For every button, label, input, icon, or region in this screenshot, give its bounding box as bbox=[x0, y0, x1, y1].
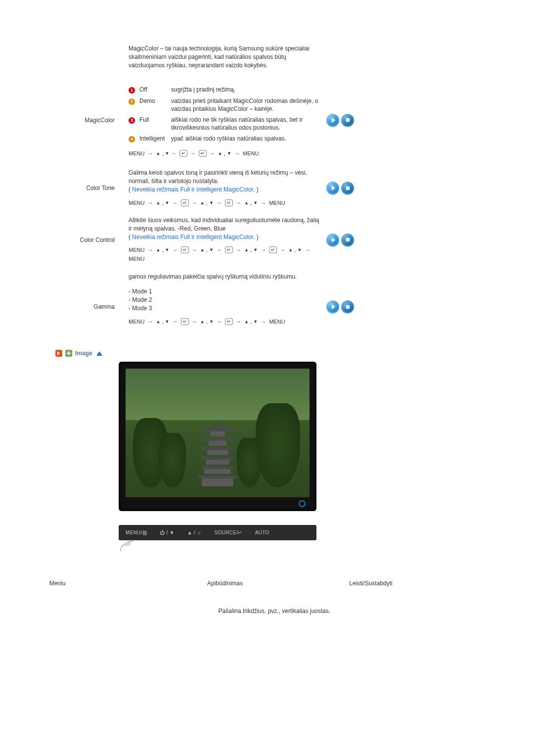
gamma-label: Gamma bbox=[0, 303, 129, 310]
option-row: 2 Demo vaizdas prieš pritaikant MagicCol… bbox=[129, 95, 321, 114]
enter-key-icon: ↵ bbox=[181, 318, 189, 325]
option-row: 4 Intelligent ypač aiškiai rodo ryškias … bbox=[129, 133, 321, 144]
monitor-bezel bbox=[119, 362, 316, 511]
section-header-image: Image bbox=[55, 350, 534, 357]
gamma-nav: MENU → ▲ , ▼ → ↵ → ▲ , ▼ → ↵ → ▲ , ▼ → M… bbox=[129, 318, 321, 327]
intro-label-spacer bbox=[0, 45, 129, 69]
stop-button[interactable] bbox=[341, 300, 354, 313]
play-button[interactable] bbox=[326, 114, 339, 127]
note-close: ) bbox=[255, 186, 258, 193]
enter-key-icon: ↵ bbox=[181, 199, 189, 206]
colorcontrol-actions bbox=[321, 234, 425, 246]
section-title: Image bbox=[75, 350, 92, 357]
play-button[interactable] bbox=[326, 234, 339, 246]
option-name: Demo bbox=[139, 95, 171, 114]
colortone-note-link[interactable]: Neveikia režimais Full ir Intelligent Ma… bbox=[132, 186, 255, 193]
pointer-hand-icon bbox=[118, 539, 137, 554]
gamma-desc: gamos reguliavimas pakeičia spalvų ryšku… bbox=[129, 273, 321, 281]
footer-h-leisti: Leisti/Sustabdyti bbox=[321, 580, 420, 587]
enter-key-icon: ↵ bbox=[225, 246, 233, 253]
osd-button-bar: MENU/▥ ⏻ / ▼ ▲ / ☼ SOURCE/↵ AUTO bbox=[119, 525, 316, 540]
osd-up-bright-button[interactable]: ▲ / ☼ bbox=[187, 530, 202, 535]
colortone-label: Color Tone bbox=[0, 185, 129, 191]
footer-h-meniu: Meniu bbox=[0, 580, 129, 587]
colorcontrol-row: Color Control Atlikite šiuos veiksmus, k… bbox=[0, 216, 534, 264]
gamma-mode-1: - Mode 1 bbox=[129, 287, 321, 296]
section-icon-plus bbox=[65, 350, 72, 357]
option-desc: aiškiai rodo ne tik ryškias natūralias s… bbox=[171, 114, 321, 133]
magiccolor-nav: MENU → ▲ , ▼→ ↵ → ↵ → ▲ , ▼ → MENU bbox=[129, 149, 321, 158]
footer-description-line: Pašalina trikdžius, pvz., vertikalias ju… bbox=[64, 608, 485, 614]
monitor-illustration: MENU/▥ ⏻ / ▼ ▲ / ☼ SOURCE/↵ AUTO bbox=[119, 362, 316, 554]
option-num-badge: 1 bbox=[129, 87, 135, 94]
enter-key-icon: ↵ bbox=[269, 246, 277, 253]
collapse-up-icon[interactable] bbox=[96, 351, 102, 356]
power-led-icon bbox=[299, 500, 306, 507]
pagoda-graphic bbox=[198, 420, 237, 486]
colortone-nav: MENU → ▲ , ▼ → ↵ → ▲ , ▼ → ↵ → ▲ , ▼ → M… bbox=[129, 199, 321, 208]
colorcontrol-nav: MENU → ▲ , ▼ → ↵ → ▲ , ▼ → ↵ → ▲ , ▼ → ↵… bbox=[129, 246, 321, 263]
note-close: ) bbox=[255, 234, 258, 240]
magiccolor-actions bbox=[321, 114, 425, 127]
gamma-actions bbox=[321, 300, 425, 313]
gamma-modes: - Mode 1 - Mode 2 - Mode 3 MENU → ▲ , ▼ … bbox=[129, 287, 321, 326]
magiccolor-desc: 1 Off sugrįžta į pradinį režimą. 2 Demo … bbox=[129, 82, 321, 158]
colorcontrol-desc-wrap: Atlikite šiuos veiksmus, kad individuali… bbox=[129, 216, 321, 264]
enter-key-icon: ↵ bbox=[199, 150, 207, 157]
osd-menu-button[interactable]: MENU/▥ bbox=[126, 530, 147, 535]
magiccolor-options: 1 Off sugrįžta į pradinį režimą. 2 Demo … bbox=[129, 84, 321, 144]
play-button[interactable] bbox=[326, 300, 339, 313]
option-num-badge: 4 bbox=[129, 136, 135, 142]
colorcontrol-label: Color Control bbox=[0, 236, 129, 243]
option-desc: sugrįžta į pradinį režimą. bbox=[171, 84, 321, 95]
colorcontrol-desc: Atlikite šiuos veiksmus, kad individuali… bbox=[129, 217, 319, 232]
stop-button[interactable] bbox=[341, 234, 354, 246]
colortone-actions bbox=[321, 182, 425, 194]
gamma-desc-row: gamos reguliavimas pakeičia spalvų ryšku… bbox=[0, 273, 534, 281]
option-name: Intelligent bbox=[139, 133, 171, 144]
stop-button[interactable] bbox=[341, 182, 354, 194]
intro-text: MagicColor – tai nauja technologija, kur… bbox=[129, 45, 321, 69]
option-row: 3 Full aiškiai rodo ne tik ryškias natūr… bbox=[129, 114, 321, 133]
magiccolor-label: MagicColor bbox=[0, 117, 129, 124]
gamma-mode-2: - Mode 2 bbox=[129, 296, 321, 304]
intro-row: MagicColor – tai nauja technologija, kur… bbox=[0, 45, 534, 69]
enter-key-icon: ↵ bbox=[179, 150, 187, 157]
option-desc: vaizdas prieš pritaikant MagicColor rodo… bbox=[171, 95, 321, 114]
page: MagicColor – tai nauja technologija, kur… bbox=[0, 0, 534, 756]
osd-auto-button[interactable]: AUTO bbox=[255, 530, 269, 535]
enter-key-icon: ↵ bbox=[225, 199, 233, 206]
enter-key-icon: ↵ bbox=[181, 246, 189, 253]
option-desc: ypač aiškiai rodo ryškias natūralias spa… bbox=[171, 133, 321, 144]
play-button[interactable] bbox=[326, 182, 339, 194]
colortone-desc-wrap: Galima keisti spalvos toną ir pasirinkti… bbox=[129, 169, 321, 207]
osd-source-enter-button[interactable]: SOURCE/↵ bbox=[215, 530, 242, 535]
colortone-row: Color Tone Galima keisti spalvos toną ir… bbox=[0, 169, 534, 207]
option-name: Off bbox=[139, 84, 171, 95]
footer-headers: Meniu Apibūdinimas Leisti/Sustabdyti bbox=[0, 580, 534, 587]
section-icon-play bbox=[55, 350, 62, 357]
footer-h-apibudinimas: Apibūdinimas bbox=[129, 580, 321, 587]
option-row: 1 Off sugrįžta į pradinį režimą. bbox=[129, 84, 321, 95]
option-num-badge: 2 bbox=[129, 98, 135, 105]
enter-key-icon: ↵ bbox=[225, 318, 233, 325]
monitor-screen bbox=[126, 369, 310, 497]
colorcontrol-note-link[interactable]: Neveikia režimais Full ir Intelligent Ma… bbox=[132, 234, 255, 240]
option-num-badge: 3 bbox=[129, 117, 135, 124]
magiccolor-row: MagicColor 1 Off sugrįžta į pradinį reži… bbox=[0, 82, 534, 158]
colortone-desc: Galima keisti spalvos toną ir pasirinkti… bbox=[129, 169, 307, 185]
stop-button[interactable] bbox=[341, 114, 354, 127]
option-name: Full bbox=[139, 114, 171, 133]
gamma-row: Gamma - Mode 1 - Mode 2 - Mode 3 MENU → … bbox=[0, 287, 534, 326]
osd-power-down-button[interactable]: ⏻ / ▼ bbox=[160, 530, 175, 535]
gamma-mode-3: - Mode 3 bbox=[129, 304, 321, 313]
